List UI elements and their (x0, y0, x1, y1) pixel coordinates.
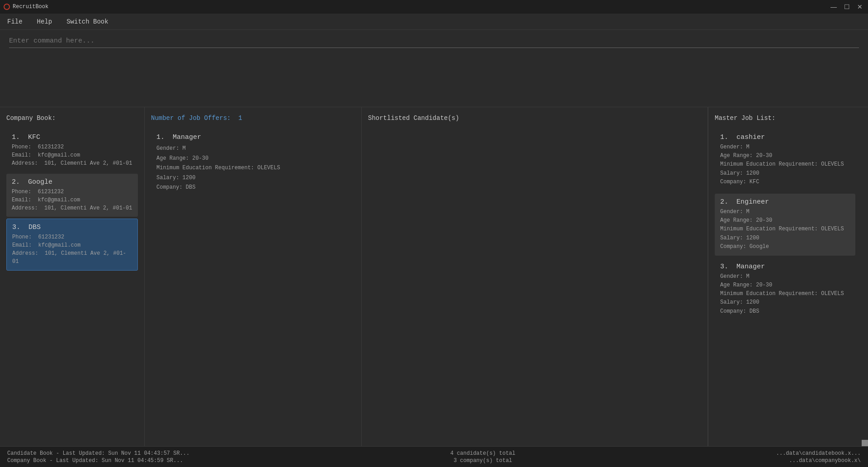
title-bar: RecruitBook — ☐ ✕ (0, 0, 868, 14)
company-detail-kfc: Phone: 61231232 Email: kfc@gmail.com Add… (12, 143, 132, 167)
main-content: Company Book: 1. KFC Phone: 61231232 Ema… (0, 107, 868, 446)
command-output-area (0, 48, 868, 107)
company-name-kfc: 1. KFC (12, 133, 132, 141)
close-button[interactable]: ✕ (855, 3, 864, 10)
master-job-item-manager[interactable]: 3. Manager Gender: M Age Range: 20-30 Mi… (715, 258, 855, 320)
shortlisted-panel: Shortlisted Candidate(s) (362, 107, 708, 446)
job-detail-manager: Gender: M Age Range: 20-30 Minimum Educa… (156, 144, 349, 193)
master-job-name-cashier: 1. cashier (720, 133, 850, 141)
menu-file[interactable]: File (5, 16, 25, 27)
company-item-kfc[interactable]: 1. KFC Phone: 61231232 Email: kfc@gmail.… (6, 129, 138, 172)
job-name-manager: 1. Manager (156, 133, 349, 141)
command-area (0, 30, 868, 48)
shortlisted-title: Shortlisted Candidate(s) (368, 114, 701, 122)
job-offers-title: Number of Job Offers: 1 (151, 114, 355, 122)
company-detail-dbs: Phone: 61231232 Email: kfc@gmail.com Add… (12, 233, 132, 266)
master-job-name-manager: 3. Manager (720, 263, 850, 271)
company-book-panel: Company Book: 1. KFC Phone: 61231232 Ema… (0, 107, 145, 446)
master-job-detail-cashier: Gender: M Age Range: 20-30 Minimum Educa… (720, 143, 850, 186)
master-job-item-engineer[interactable]: 2. Engineer Gender: M Age Range: 20-30 M… (715, 194, 855, 256)
maximize-button[interactable]: ☐ (842, 3, 852, 10)
scrollbar-thumb[interactable] (862, 440, 868, 446)
master-job-name-engineer: 2. Engineer (720, 198, 850, 206)
master-job-detail-engineer: Gender: M Age Range: 20-30 Minimum Educa… (720, 208, 850, 251)
master-job-list-panel: Master Job List: 1. cashier Gender: M Ag… (708, 107, 862, 446)
job-item-manager[interactable]: 1. Manager Gender: M Age Range: 20-30 Mi… (151, 129, 355, 197)
company-detail-google: Phone: 61231232 Email: kfc@gmail.com Add… (12, 188, 132, 212)
app-title: RecruitBook (13, 4, 48, 10)
job-offers-panel: Number of Job Offers: 1 1. Manager Gende… (145, 107, 362, 446)
master-job-item-cashier[interactable]: 1. cashier Gender: M Age Range: 20-30 Mi… (715, 129, 855, 191)
company-name-google: 2. Google (12, 178, 132, 186)
status-bar: Candidate Book - Last Updated: Sun Nov 1… (0, 446, 868, 467)
menu-help[interactable]: Help (34, 16, 55, 27)
status-company-count: 3 company(s) total (450, 457, 515, 464)
status-company-book: Company Book - Last Updated: Sun Nov 11 … (7, 457, 189, 464)
master-job-detail-manager: Gender: M Age Range: 20-30 Minimum Educa… (720, 272, 850, 316)
menu-bar: File Help Switch Book (0, 14, 868, 30)
company-item-google[interactable]: 2. Google Phone: 61231232 Email: kfc@gma… (6, 174, 138, 217)
master-scrollbar[interactable] (862, 107, 868, 446)
status-candidate-book: Candidate Book - Last Updated: Sun Nov 1… (7, 450, 189, 457)
menu-switch-book[interactable]: Switch Book (64, 16, 111, 27)
status-candidate-path: ...data\candidatebook.x... (776, 450, 861, 457)
company-item-dbs[interactable]: 3. DBS Phone: 61231232 Email: kfc@gmail.… (6, 219, 138, 271)
status-candidate-count: 4 candidate(s) total (450, 450, 515, 457)
command-input[interactable] (9, 34, 859, 48)
company-book-title: Company Book: (6, 114, 138, 122)
minimize-button[interactable]: — (829, 3, 839, 10)
app-icon (4, 4, 10, 10)
master-job-list-title: Master Job List: (715, 114, 855, 122)
company-name-dbs: 3. DBS (12, 224, 132, 231)
status-company-path: ...data\companybook.x\ (776, 457, 861, 464)
